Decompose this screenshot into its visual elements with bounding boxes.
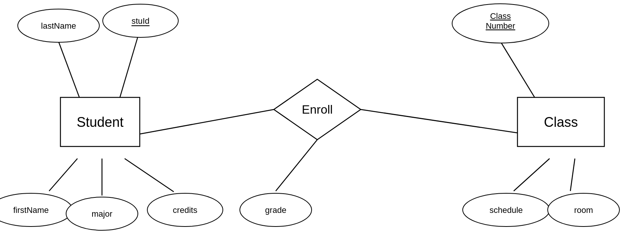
classNumber-attr-label2: Number: [486, 21, 515, 31]
major-attr-label: major: [91, 209, 112, 219]
grade-attr-label: grade: [265, 205, 286, 215]
connector-enroll-class: [361, 109, 525, 134]
connector-schedule-class: [514, 159, 550, 191]
firstName-attr-label: firstName: [13, 205, 49, 215]
schedule-attr-label: schedule: [490, 205, 523, 215]
enroll-label: Enroll: [302, 103, 333, 116]
room-attr-label: room: [574, 205, 593, 215]
stuid-attr-label: stuId: [131, 16, 150, 26]
student-label: Student: [77, 114, 124, 130]
connector-grade-enroll: [276, 140, 317, 191]
connector-room-class: [570, 159, 575, 191]
connector-firstname-student: [49, 159, 77, 191]
classNumber-attr-label: Class: [490, 11, 511, 21]
credits-attr-label: credits: [173, 205, 198, 215]
er-diagram: Student Class Enroll lastName stuId firs…: [0, 0, 644, 245]
connector-student-enroll: [140, 109, 274, 134]
lastName-attr-label: lastName: [41, 21, 76, 31]
class-label: Class: [544, 114, 578, 130]
connector-credits-student: [125, 159, 174, 192]
